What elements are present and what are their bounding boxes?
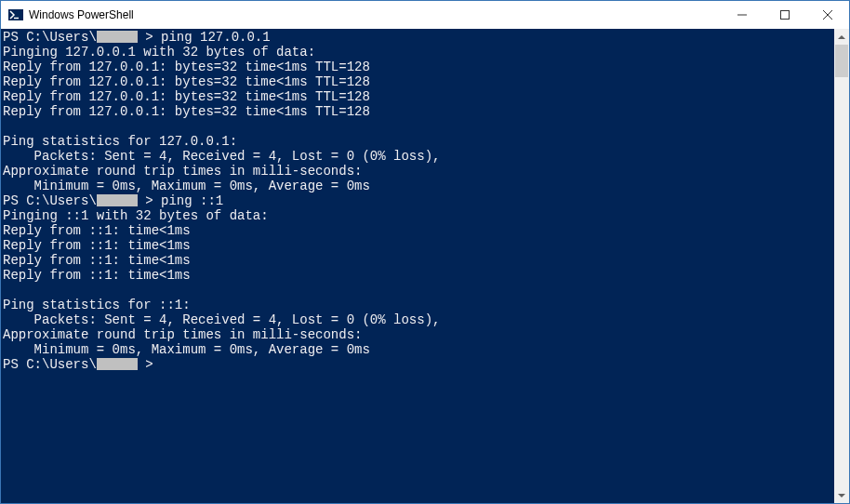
minimize-button[interactable] bbox=[721, 1, 764, 29]
redacted-username bbox=[97, 194, 138, 206]
terminal-line: Reply from 127.0.0.1: bytes=32 time<1ms … bbox=[3, 104, 832, 119]
maximize-button[interactable] bbox=[764, 1, 806, 29]
close-button[interactable] bbox=[806, 1, 849, 29]
powershell-window: Windows PowerShell PS C:\Users\ > ping 1… bbox=[0, 0, 850, 504]
terminal-line: Reply from 127.0.0.1: bytes=32 time<1ms … bbox=[3, 89, 832, 104]
terminal-line: Reply from ::1: time<1ms bbox=[3, 223, 832, 238]
terminal-text: Reply from ::1: time<1ms bbox=[3, 238, 191, 253]
powershell-icon bbox=[8, 7, 23, 22]
terminal-line: Packets: Sent = 4, Received = 4, Lost = … bbox=[3, 149, 832, 164]
terminal-text: Pinging 127.0.0.1 with 32 bytes of data: bbox=[3, 45, 315, 60]
terminal-text: Ping statistics for 127.0.0.1: bbox=[3, 134, 237, 149]
terminal-text: Pinging ::1 with 32 bytes of data: bbox=[3, 208, 269, 223]
terminal-text: Reply from 127.0.0.1: bytes=32 time<1ms … bbox=[3, 74, 370, 89]
terminal-text: Ping statistics for ::1: bbox=[3, 298, 191, 312]
scrollbar-thumb[interactable] bbox=[835, 45, 848, 77]
terminal-text: PS C:\Users\ bbox=[3, 193, 97, 208]
terminal-text: > ping ::1 bbox=[138, 193, 223, 208]
terminal-text: Minimum = 0ms, Maximum = 0ms, Average = … bbox=[3, 179, 370, 193]
terminal-text: > bbox=[138, 357, 153, 372]
terminal-line: Pinging 127.0.0.1 with 32 bytes of data: bbox=[3, 45, 832, 60]
minimize-icon bbox=[737, 10, 747, 20]
svg-rect-1 bbox=[781, 11, 790, 20]
terminal-text: PS C:\Users\ bbox=[3, 357, 97, 372]
redacted-username bbox=[97, 31, 138, 43]
terminal-text: Reply from ::1: time<1ms bbox=[3, 223, 191, 238]
terminal-text: Packets: Sent = 4, Received = 4, Lost = … bbox=[3, 149, 440, 164]
terminal-output[interactable]: PS C:\Users\ > ping 127.0.0.1Pinging 127… bbox=[1, 29, 834, 503]
redacted-username bbox=[97, 358, 138, 370]
scrollbar-track[interactable] bbox=[834, 45, 849, 487]
terminal-line: Approximate round trip times in milli-se… bbox=[3, 164, 832, 179]
terminal-text: Reply from ::1: time<1ms bbox=[3, 268, 191, 283]
terminal-line: Reply from ::1: time<1ms bbox=[3, 268, 832, 283]
terminal-line: Reply from ::1: time<1ms bbox=[3, 253, 832, 268]
window-title: Windows PowerShell bbox=[29, 8, 721, 21]
terminal-line: Reply from 127.0.0.1: bytes=32 time<1ms … bbox=[3, 60, 832, 74]
terminal-line bbox=[3, 283, 832, 298]
window-controls bbox=[721, 1, 849, 29]
maximize-icon bbox=[780, 10, 790, 20]
terminal-line: Minimum = 0ms, Maximum = 0ms, Average = … bbox=[3, 342, 832, 357]
chevron-down-icon bbox=[838, 494, 845, 497]
terminal-text: Packets: Sent = 4, Received = 4, Lost = … bbox=[3, 312, 440, 327]
terminal-line: PS C:\Users\ > ping 127.0.0.1 bbox=[3, 30, 832, 45]
terminal-text: Minimum = 0ms, Maximum = 0ms, Average = … bbox=[3, 342, 370, 357]
terminal-line: Ping statistics for 127.0.0.1: bbox=[3, 134, 832, 149]
terminal-line: Pinging ::1 with 32 bytes of data: bbox=[3, 208, 832, 223]
scroll-down-button[interactable] bbox=[834, 487, 849, 503]
terminal-text: Reply from 127.0.0.1: bytes=32 time<1ms … bbox=[3, 89, 370, 104]
terminal-text: Reply from 127.0.0.1: bytes=32 time<1ms … bbox=[3, 60, 370, 74]
titlebar[interactable]: Windows PowerShell bbox=[1, 1, 849, 29]
terminal-line: Minimum = 0ms, Maximum = 0ms, Average = … bbox=[3, 179, 832, 193]
terminal-line: Ping statistics for ::1: bbox=[3, 298, 832, 312]
terminal-text: Approximate round trip times in milli-se… bbox=[3, 164, 362, 179]
terminal-line bbox=[3, 119, 832, 134]
terminal-wrapper: PS C:\Users\ > ping 127.0.0.1Pinging 127… bbox=[1, 29, 849, 503]
terminal-line: Reply from 127.0.0.1: bytes=32 time<1ms … bbox=[3, 74, 832, 89]
terminal-text: Approximate round trip times in milli-se… bbox=[3, 327, 362, 342]
terminal-text: Reply from 127.0.0.1: bytes=32 time<1ms … bbox=[3, 104, 370, 119]
vertical-scrollbar[interactable] bbox=[834, 29, 849, 503]
terminal-line: Packets: Sent = 4, Received = 4, Lost = … bbox=[3, 312, 832, 327]
terminal-line: Reply from ::1: time<1ms bbox=[3, 238, 832, 253]
terminal-line: Approximate round trip times in milli-se… bbox=[3, 327, 832, 342]
terminal-text: Reply from ::1: time<1ms bbox=[3, 253, 191, 268]
terminal-text: > ping 127.0.0.1 bbox=[138, 30, 271, 45]
terminal-text: PS C:\Users\ bbox=[3, 30, 97, 45]
scroll-up-button[interactable] bbox=[834, 29, 849, 45]
terminal-line: PS C:\Users\ > ping ::1 bbox=[3, 193, 832, 208]
terminal-line: PS C:\Users\ > bbox=[3, 357, 832, 372]
close-icon bbox=[823, 10, 832, 20]
chevron-up-icon bbox=[838, 35, 845, 39]
